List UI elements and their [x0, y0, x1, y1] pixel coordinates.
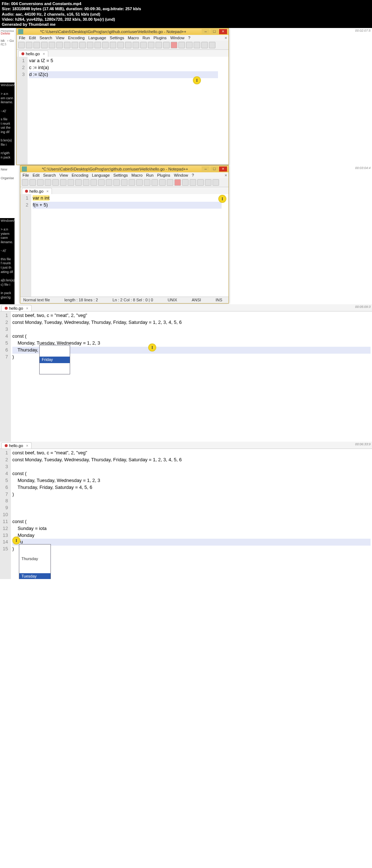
tool-zoomout-icon[interactable] [129, 179, 135, 186]
tool-replace-icon[interactable] [110, 42, 116, 48]
autocomplete-popup[interactable]: Friday [39, 345, 70, 374]
window-titlebar[interactable]: *C:\Users\Cabin5\Desktop\GoProg\src\gith… [17, 28, 229, 35]
autocomplete-item-selected[interactable]: Tuesday [19, 573, 50, 579]
tool-wrap-icon[interactable] [133, 42, 139, 48]
file-tab[interactable]: hello.go× [22, 188, 52, 194]
tool-close-icon[interactable] [52, 179, 59, 186]
menu-language[interactable]: Language [88, 36, 106, 40]
maximize-button[interactable]: □ [210, 166, 218, 172]
tool-cut-icon[interactable] [68, 179, 74, 186]
code-editor[interactable]: const beef, two, c = "meat", 2, "veg" co… [11, 449, 372, 579]
tool-fast-icon[interactable] [197, 179, 204, 186]
explorer-organise[interactable]: Organise [1, 176, 14, 180]
file-tab[interactable]: hello.go× [18, 51, 48, 57]
tool-cut-icon[interactable] [64, 42, 70, 48]
explorer-delete[interactable]: Delete [1, 32, 15, 35]
tool-redo-icon[interactable] [98, 179, 105, 186]
tool-replace-icon[interactable] [113, 179, 120, 186]
autocomplete-popup[interactable]: Thursday Tuesday [19, 544, 51, 579]
file-tab[interactable]: hello.go× [1, 305, 32, 311]
tab-close-icon[interactable]: × [26, 443, 28, 448]
autocomplete-item[interactable]: Friday [40, 357, 70, 363]
tool-wrap-icon[interactable] [136, 179, 143, 186]
tool-undo-icon[interactable] [87, 42, 93, 48]
tool-undo-icon[interactable] [90, 179, 97, 186]
tool-chars-icon[interactable] [144, 179, 150, 186]
tool-rec-icon[interactable] [174, 179, 181, 186]
tool-stop-icon[interactable] [178, 42, 185, 48]
tool-misc-icon[interactable] [213, 179, 219, 186]
tool-play-icon[interactable] [186, 42, 193, 48]
tool-misc-icon[interactable] [209, 42, 215, 48]
minimize-button[interactable]: – [202, 29, 210, 34]
tool-saveall-icon[interactable] [41, 42, 48, 48]
menu-search[interactable]: Search [43, 173, 56, 177]
tool-chars-icon[interactable] [140, 42, 147, 48]
tool-find-icon[interactable] [106, 179, 112, 186]
tool-play-icon[interactable] [190, 179, 196, 186]
close-button[interactable]: × [219, 29, 227, 34]
tool-fold-icon[interactable] [159, 179, 166, 186]
menu-run[interactable]: Run [146, 173, 153, 177]
menu-window[interactable]: Window [174, 173, 188, 177]
menu-help[interactable]: ? [192, 173, 194, 177]
code-editor[interactable]: var n int f(n + 5) I [31, 194, 229, 297]
menu-plugins[interactable]: Plugins [154, 36, 167, 40]
tool-redo-icon[interactable] [94, 42, 101, 48]
close-button[interactable]: × [219, 166, 227, 172]
tool-save-icon[interactable] [37, 179, 44, 186]
tool-zoomin-icon[interactable] [121, 179, 128, 186]
explorer-new[interactable]: New [1, 168, 14, 171]
maximize-button[interactable]: □ [210, 29, 218, 34]
tool-new-icon[interactable] [22, 179, 28, 186]
panel-close-icon[interactable]: × [225, 173, 227, 177]
menu-edit[interactable]: Edit [29, 36, 36, 40]
tool-copy-icon[interactable] [72, 42, 78, 48]
tool-fast-icon[interactable] [194, 42, 200, 48]
menu-settings[interactable]: Settings [110, 36, 124, 40]
tool-open-icon[interactable] [26, 42, 32, 48]
tool-saverec-icon[interactable] [205, 179, 211, 186]
tool-fold-icon[interactable] [155, 42, 162, 48]
panel-close-icon[interactable]: × [225, 36, 227, 40]
tool-save-icon[interactable] [33, 42, 40, 48]
tab-close-icon[interactable]: × [43, 52, 45, 56]
tool-indent-icon[interactable] [148, 42, 154, 48]
breadcrumb-go[interactable]: Go [9, 39, 14, 45]
menu-file[interactable]: File [23, 173, 29, 177]
tool-find-icon[interactable] [102, 42, 109, 48]
menu-macro[interactable]: Macro [128, 36, 139, 40]
tool-lang-icon[interactable] [163, 42, 170, 48]
menu-help[interactable]: ? [188, 36, 190, 40]
tool-rec-icon[interactable] [171, 42, 177, 48]
menu-language[interactable]: Language [92, 173, 110, 177]
tool-saverec-icon[interactable] [201, 42, 208, 48]
code-editor[interactable]: var a IZ = 5 c := int(a) d := IZ(c) I [28, 57, 229, 164]
tool-saveall-icon[interactable] [45, 179, 51, 186]
minimize-button[interactable]: – [202, 166, 210, 172]
tool-open-icon[interactable] [29, 179, 36, 186]
menu-file[interactable]: File [19, 36, 25, 40]
tool-print-icon[interactable] [60, 179, 66, 186]
menu-encoding[interactable]: Encoding [68, 36, 85, 40]
tool-lang-icon[interactable] [167, 179, 173, 186]
menu-view[interactable]: View [60, 173, 68, 177]
menu-plugins[interactable]: Plugins [157, 173, 170, 177]
menu-settings[interactable]: Settings [113, 173, 128, 177]
code-editor[interactable]: const beef, two, c = "meat", 2, "veg" co… [11, 312, 372, 442]
tool-zoomout-icon[interactable] [125, 42, 132, 48]
tool-paste-icon[interactable] [79, 42, 86, 48]
tool-stop-icon[interactable] [182, 179, 189, 186]
file-tab[interactable]: hello.go× [1, 442, 32, 449]
window-titlebar[interactable]: *C:\Users\Cabin5\Desktop\GoProg\src\gith… [20, 166, 229, 172]
tool-print-icon[interactable] [56, 42, 63, 48]
tool-new-icon[interactable] [18, 42, 25, 48]
tool-paste-icon[interactable] [83, 179, 89, 186]
menu-edit[interactable]: Edit [33, 173, 40, 177]
menu-window[interactable]: Window [170, 36, 185, 40]
tool-indent-icon[interactable] [151, 179, 158, 186]
menu-macro[interactable]: Macro [132, 173, 143, 177]
tool-copy-icon[interactable] [75, 179, 82, 186]
menu-view[interactable]: View [56, 36, 65, 40]
tool-close-icon[interactable] [49, 42, 55, 48]
